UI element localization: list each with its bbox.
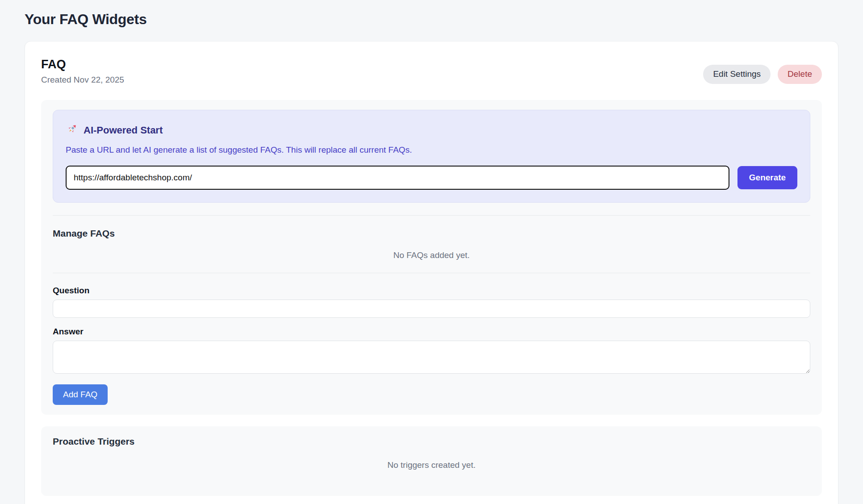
proactive-triggers-heading: Proactive Triggers: [53, 436, 810, 447]
faq-management-section: AI-Powered Start Paste a URL and let AI …: [41, 100, 822, 415]
question-input[interactable]: [53, 300, 810, 318]
faq-widget-card: FAQ Created Nov 22, 2025 Edit Settings D…: [25, 41, 838, 504]
ai-start-heading-row: AI-Powered Start: [66, 123, 797, 138]
ai-powered-start-panel: AI-Powered Start Paste a URL and let AI …: [53, 110, 810, 203]
question-label: Question: [53, 286, 810, 296]
answer-textarea[interactable]: [53, 341, 810, 374]
rocket-icon: [66, 123, 78, 138]
answer-label: Answer: [53, 327, 810, 337]
divider: [53, 215, 810, 216]
triggers-empty-state: No triggers created yet.: [53, 460, 810, 470]
widget-actions: Edit Settings Delete: [703, 58, 822, 84]
manage-faqs-heading: Manage FAQs: [53, 228, 810, 239]
widget-created-date: Created Nov 22, 2025: [41, 75, 124, 85]
widget-header: FAQ Created Nov 22, 2025 Edit Settings D…: [41, 58, 822, 85]
faqs-empty-state: No FAQs added yet.: [53, 250, 810, 260]
generate-button[interactable]: Generate: [737, 166, 797, 189]
ai-start-description: Paste a URL and let AI generate a list o…: [66, 145, 797, 155]
ai-start-heading: AI-Powered Start: [84, 125, 163, 136]
add-faq-button[interactable]: Add FAQ: [53, 384, 108, 405]
url-input[interactable]: [66, 166, 729, 190]
divider: [53, 273, 810, 273]
edit-settings-button[interactable]: Edit Settings: [703, 65, 771, 84]
page-title: Your FAQ Widgets: [25, 11, 838, 28]
widget-header-info: FAQ Created Nov 22, 2025: [41, 58, 124, 85]
delete-button[interactable]: Delete: [778, 65, 822, 84]
widget-title: FAQ: [41, 58, 124, 71]
ai-url-row: Generate: [66, 166, 797, 190]
proactive-triggers-section: Proactive Triggers No triggers created y…: [41, 426, 822, 496]
